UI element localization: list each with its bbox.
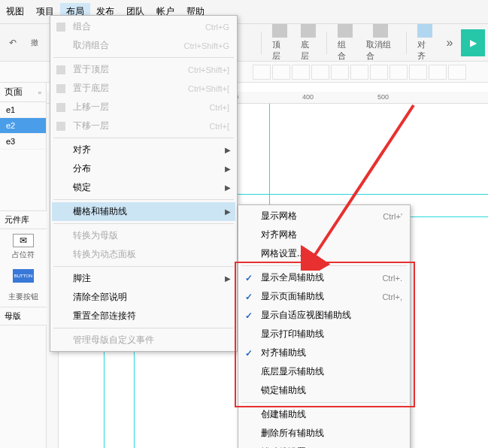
menu-view[interactable]: 视图 bbox=[0, 3, 30, 20]
grid-submenu-item-10[interactable]: 锁定辅助线 bbox=[240, 381, 408, 400]
layout-menu-item-15: 转换为动态面板 bbox=[52, 245, 235, 264]
widget-button[interactable]: BUTTON bbox=[0, 265, 47, 287]
grid-submenu-item-13[interactable]: 删除所有辅助线 bbox=[240, 424, 408, 443]
fmt-btn[interactable] bbox=[409, 65, 427, 80]
add-page-icon[interactable]: ▫ bbox=[38, 87, 41, 98]
widget-placeholder[interactable]: ✉ 占位符 bbox=[0, 229, 47, 265]
grid-submenu-item-2[interactable]: 网格设置... bbox=[240, 244, 408, 263]
fmt-btn[interactable] bbox=[272, 65, 290, 80]
more-tools[interactable]: » bbox=[440, 32, 460, 54]
fmt-btn[interactable] bbox=[311, 65, 329, 80]
check-icon: ✓ bbox=[243, 310, 255, 322]
layout-menu-item-8[interactable]: 对齐▶ bbox=[52, 141, 235, 159]
fmt-btn[interactable] bbox=[429, 65, 447, 80]
menu-item-label: 下移一层 bbox=[73, 120, 194, 132]
check-icon: ✓ bbox=[243, 291, 255, 303]
fmt-btn[interactable] bbox=[389, 65, 408, 80]
grid-submenu-item-4[interactable]: ✓显示全局辅助线Ctrl+. bbox=[240, 268, 408, 287]
page-item[interactable]: e1 bbox=[0, 102, 46, 118]
layout-menu-item-5: 上移一层Ctrl+] bbox=[52, 98, 235, 117]
widget-primary-btn[interactable]: 主要按钮 bbox=[0, 287, 47, 307]
grid-submenu-item-7[interactable]: 显示打印辅助线 bbox=[240, 325, 408, 344]
menu-item-label: 显示网格 bbox=[261, 210, 368, 222]
grid-submenu-item-12[interactable]: 创建辅助线 bbox=[240, 405, 408, 424]
fmt-btn[interactable] bbox=[448, 65, 466, 80]
menu-item-label: 栅格和辅助线 bbox=[73, 205, 229, 218]
widget-header: 元件库 bbox=[0, 211, 47, 229]
menu-item-label: 重置全部连接符 bbox=[73, 310, 229, 322]
tool-misc[interactable]: 撤 bbox=[25, 32, 45, 54]
front-icon bbox=[55, 64, 67, 76]
menu-item-label: 显示打印辅助线 bbox=[261, 328, 402, 341]
layout-menu-item-18[interactable]: 清除全部说明 bbox=[52, 288, 235, 307]
pages-title: 页面 bbox=[5, 86, 23, 98]
layout-menu-item-10[interactable]: 锁定▶ bbox=[52, 178, 235, 197]
grid-submenu-item-1[interactable]: 对齐网格 bbox=[240, 226, 408, 244]
menu-item-label: 创建辅助线 bbox=[261, 408, 402, 421]
menu-item-label: 取消组合 bbox=[73, 39, 168, 52]
menu-separator bbox=[53, 138, 234, 138]
layout-menu-item-3: 置于顶层Ctrl+Shift+] bbox=[52, 60, 235, 79]
fmt-btn[interactable] bbox=[292, 65, 310, 80]
menu-item-label: 显示自适应视图辅助线 bbox=[261, 309, 402, 322]
tool-align-btn[interactable]: 对齐 bbox=[411, 24, 438, 62]
menu-item-label: 显示页面辅助线 bbox=[261, 290, 367, 303]
layout-menu-item-12[interactable]: 栅格和辅助线▶ bbox=[52, 202, 235, 221]
separator bbox=[261, 32, 262, 54]
grid-submenu-item-0[interactable]: 显示网格Ctrl+' bbox=[240, 207, 408, 226]
layout-menu-item-17[interactable]: 脚注▶ bbox=[52, 269, 235, 288]
group-icon bbox=[55, 21, 67, 33]
button-icon: BUTTON bbox=[13, 269, 34, 283]
pages-header: 页面 ▫ bbox=[0, 83, 46, 102]
menu-separator bbox=[53, 328, 234, 328]
page-item[interactable]: e3 bbox=[0, 134, 46, 150]
separator bbox=[406, 32, 407, 54]
menu-shortcut: Ctrl+] bbox=[209, 103, 229, 112]
page-item[interactable]: e2 bbox=[0, 118, 46, 134]
layout-menu-item-19[interactable]: 重置全部连接符 bbox=[52, 307, 235, 325]
grid-submenu-item-8[interactable]: ✓对齐辅助线 bbox=[240, 344, 408, 362]
tool-group-btn[interactable]: 组合 bbox=[332, 24, 359, 62]
fmt-btn[interactable] bbox=[370, 65, 388, 80]
menu-item-label: 置于顶层 bbox=[73, 63, 173, 76]
grid-submenu-item-5[interactable]: ✓显示页面辅助线Ctrl+, bbox=[240, 287, 408, 306]
menu-item-label: 转换为母版 bbox=[73, 229, 229, 242]
menu-shortcut: Ctrl+Shift+] bbox=[188, 65, 229, 74]
menu-shortcut: Ctrl+Shift+G bbox=[183, 41, 229, 50]
tool-send-back[interactable]: 底层 bbox=[295, 24, 322, 62]
check-icon: ✓ bbox=[243, 347, 255, 359]
undo-button[interactable]: ↶ bbox=[3, 32, 23, 54]
menu-item-label: 对齐网格 bbox=[261, 229, 402, 241]
menu-item-label: 删除所有辅助线 bbox=[261, 427, 402, 440]
master-header: 母版 bbox=[0, 307, 47, 325]
menu-item-label: 对齐辅助线 bbox=[261, 347, 402, 359]
tool-ungroup-btn[interactable]: 取消组合 bbox=[360, 24, 402, 62]
page-list: e1 e2 e3 bbox=[0, 102, 46, 150]
layout-menu-item-1: 取消组合Ctrl+Shift+G bbox=[52, 36, 235, 55]
menu-item-label: 上移一层 bbox=[73, 101, 194, 114]
widget-panel: 元件库 ✉ 占位符 BUTTON 主要按钮 母版 bbox=[0, 210, 47, 325]
menu-item-label: 脚注 bbox=[73, 272, 229, 285]
up-icon bbox=[55, 101, 67, 114]
ruler-mark: 400 bbox=[302, 93, 314, 101]
submenu-arrow-icon: ▶ bbox=[225, 165, 231, 173]
menu-separator bbox=[241, 265, 407, 266]
menu-shortcut: Ctrl+G bbox=[205, 23, 229, 32]
menu-item-label: 锁定 bbox=[73, 181, 229, 194]
menu-item-label: 网格设置... bbox=[261, 247, 402, 260]
back-icon bbox=[55, 83, 67, 95]
fmt-btn[interactable] bbox=[331, 65, 349, 80]
layout-menu-item-9[interactable]: 分布▶ bbox=[52, 159, 235, 178]
grid-submenu-item-14[interactable]: 辅助线设置... bbox=[240, 443, 408, 448]
tool-bring-front[interactable]: 顶层 bbox=[266, 24, 293, 62]
grid-submenu-item-9[interactable]: 底层显示辅助线 bbox=[240, 362, 408, 381]
menu-item-label: 底层显示辅助线 bbox=[261, 365, 402, 378]
menu-separator bbox=[53, 266, 234, 267]
grid-submenu-item-6[interactable]: ✓显示自适应视图辅助线 bbox=[240, 306, 408, 325]
envelope-icon: ✉ bbox=[13, 234, 34, 247]
submenu-arrow-icon: ▶ bbox=[225, 146, 231, 154]
down-icon bbox=[55, 120, 67, 132]
fmt-btn[interactable] bbox=[350, 65, 368, 80]
preview-button[interactable]: ▶ bbox=[461, 29, 485, 56]
fmt-btn[interactable] bbox=[253, 65, 271, 80]
